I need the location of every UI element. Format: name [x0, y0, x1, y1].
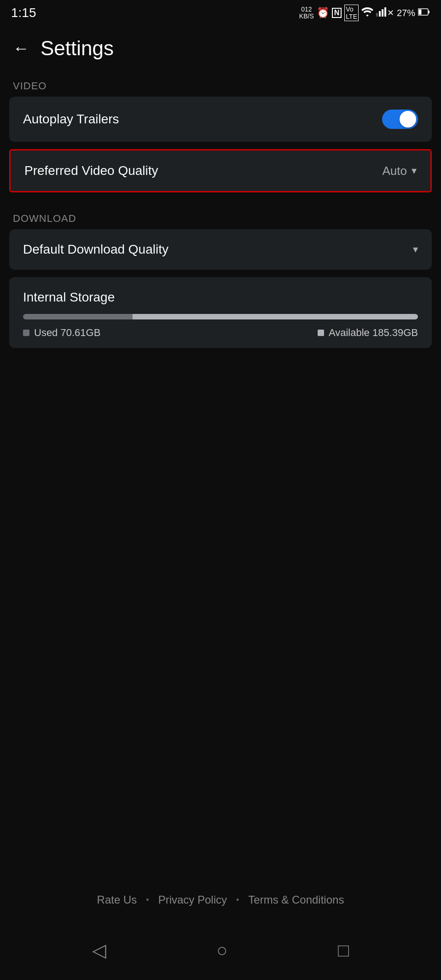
privacy-policy-link[interactable]: Privacy Policy: [158, 893, 227, 906]
default-download-quality-row[interactable]: Default Download Quality ▾: [9, 229, 432, 270]
signal-icon: [376, 7, 386, 19]
volte-icon: VoLTE: [344, 5, 359, 21]
chevron-down-icon: ▾: [412, 165, 417, 177]
toggle-thumb: [400, 111, 416, 128]
used-dot: [23, 330, 29, 336]
autoplay-trailers-label: Autoplay Trailers: [23, 112, 119, 127]
status-time: 1:15: [11, 6, 36, 20]
nfc-icon: N: [332, 8, 342, 18]
status-icons: 012KB/S ⏰ N VoLTE ✕ 27%: [299, 5, 430, 21]
default-download-quality-label: Default Download Quality: [23, 242, 168, 257]
nav-recent-button[interactable]: □: [338, 940, 349, 961]
storage-used-label: Used 70.61GB: [34, 327, 100, 339]
storage-legend: Used 70.61GB Available 185.39GB: [23, 327, 418, 339]
svg-rect-3: [384, 7, 386, 17]
no-signal-icon: ✕: [387, 8, 394, 18]
nav-home-button[interactable]: ○: [216, 940, 227, 961]
footer: Rate Us • Privacy Policy • Terms & Condi…: [0, 893, 441, 906]
navigation-bar: ◁ ○ □: [0, 920, 441, 980]
storage-title: Internal Storage: [23, 290, 418, 305]
preferred-video-quality-highlight: Preferred Video Quality Auto ▾: [9, 149, 432, 192]
storage-row: Internal Storage Used 70.61GB Available …: [9, 277, 432, 348]
svg-rect-2: [382, 9, 383, 17]
status-bar: 1:15 012KB/S ⏰ N VoLTE ✕ 27%: [0, 0, 441, 24]
storage-available-legend: Available 185.39GB: [318, 327, 418, 339]
svg-rect-0: [376, 13, 378, 17]
back-button[interactable]: ←: [13, 39, 29, 58]
footer-separator-1: •: [146, 895, 149, 905]
internal-storage-card: Internal Storage Used 70.61GB Available …: [9, 277, 432, 348]
wifi-icon: [361, 7, 373, 19]
default-download-quality-dropdown[interactable]: ▾: [413, 244, 418, 255]
preferred-video-quality-value: Auto: [383, 164, 407, 178]
svg-rect-6: [419, 9, 422, 14]
rate-us-link[interactable]: Rate Us: [97, 893, 137, 906]
video-settings-card: Autoplay Trailers: [9, 97, 432, 142]
autoplay-trailers-toggle[interactable]: [382, 110, 418, 129]
storage-used-legend: Used 70.61GB: [23, 327, 100, 339]
terms-conditions-link[interactable]: Terms & Conditions: [248, 893, 344, 906]
svg-rect-5: [428, 11, 429, 13]
available-dot: [318, 330, 324, 336]
page-title: Settings: [41, 37, 114, 60]
download-quality-card: Default Download Quality ▾: [9, 229, 432, 270]
header: ← Settings: [0, 24, 441, 73]
battery-percentage: 27%: [397, 8, 415, 18]
toggle-track: [382, 110, 418, 129]
alarm-icon: ⏰: [317, 7, 329, 19]
video-section-label: VIDEO: [0, 73, 441, 97]
storage-bar: [23, 314, 418, 319]
svg-rect-1: [379, 11, 381, 17]
preferred-video-quality-card: Preferred Video Quality Auto ▾: [11, 151, 430, 191]
chevron-down-icon-2: ▾: [413, 244, 418, 255]
autoplay-trailers-row[interactable]: Autoplay Trailers: [9, 97, 432, 142]
data-speed: 012KB/S: [299, 6, 314, 20]
storage-available-label: Available 185.39GB: [329, 327, 418, 339]
download-section-label: DOWNLOAD: [0, 205, 441, 229]
preferred-video-quality-label: Preferred Video Quality: [24, 163, 158, 178]
preferred-video-quality-dropdown[interactable]: Auto ▾: [383, 164, 417, 178]
storage-bar-used: [23, 314, 133, 319]
preferred-video-quality-row[interactable]: Preferred Video Quality Auto ▾: [11, 151, 430, 191]
storage-bar-available: [133, 314, 418, 319]
battery-icon: [418, 7, 430, 19]
footer-separator-2: •: [236, 895, 239, 905]
nav-back-button[interactable]: ◁: [92, 939, 106, 961]
